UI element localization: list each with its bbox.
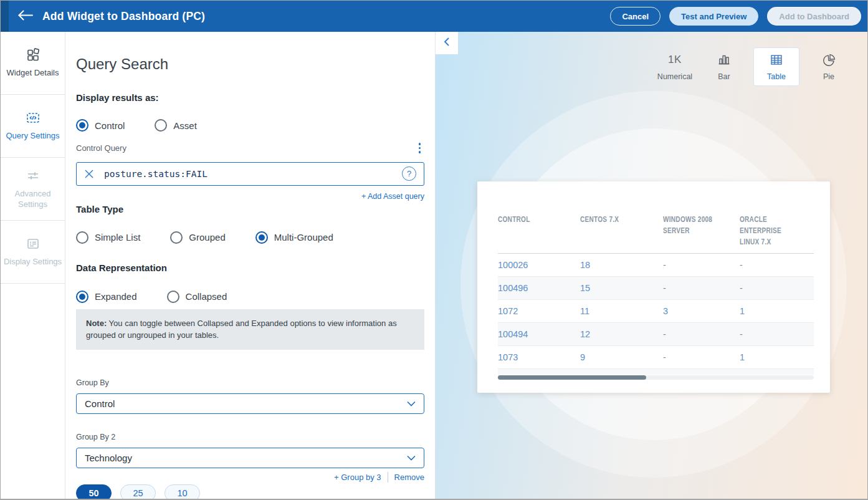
widget-type-bar[interactable]: Bar	[704, 47, 744, 86]
data-representation-radio-group: Expanded Collapsed	[76, 291, 424, 303]
preview-panel: 1K Numerical Bar Table Pie	[436, 32, 867, 499]
column-header: CENTOS 7.X	[580, 214, 663, 254]
radio-unselected-icon	[167, 291, 179, 303]
header-edge-strip	[1, 1, 9, 32]
value-cell[interactable]: 1	[740, 300, 814, 323]
value-cell[interactable]: 12	[580, 323, 663, 346]
value-cell: -	[740, 323, 814, 346]
radio-expanded[interactable]: Expanded	[76, 291, 137, 303]
value-cell: -	[663, 346, 740, 369]
radio-collapsed[interactable]: Collapsed	[167, 291, 227, 303]
control-id-cell[interactable]: 100496	[498, 277, 580, 300]
data-representation-label: Data Representation	[76, 262, 424, 273]
kebab-menu-icon[interactable]	[415, 142, 425, 155]
group-by-2-select[interactable]: Technology	[76, 448, 424, 468]
display-results-label: Display results as:	[76, 92, 424, 103]
control-id-cell[interactable]: 100026	[498, 254, 580, 277]
limit-25-pill[interactable]: 25	[120, 484, 156, 500]
remove-link[interactable]: Remove	[394, 473, 424, 482]
query-value: posture.status:FAIL	[104, 169, 402, 179]
link-divider	[388, 472, 388, 483]
sliders-icon	[26, 168, 41, 183]
control-id-cell[interactable]: 100494	[498, 323, 580, 346]
limit-10-pill[interactable]: 10	[165, 484, 200, 500]
widget-type-numerical[interactable]: 1K Numerical	[655, 47, 695, 86]
widget-type-selector: 1K Numerical Bar Table Pie	[655, 47, 849, 86]
table-row: 10049412--	[498, 323, 814, 346]
query-settings-form: Query Search Display results as: Control…	[65, 32, 436, 499]
radio-control[interactable]: Control	[76, 119, 125, 132]
group-by-2-label: Group By 2	[76, 433, 424, 441]
note-box: Note: You can toggle between Collapsed a…	[76, 309, 424, 350]
radio-unselected-icon	[170, 231, 183, 244]
horizontal-scrollbar-thumb[interactable]	[498, 375, 646, 380]
group-by-2-value: Technology	[85, 453, 407, 463]
radio-multi-grouped[interactable]: Multi-Grouped	[255, 231, 333, 244]
add-widget-window: { "header": { "title": "Add Widget to Da…	[0, 0, 868, 500]
preview-table: CONTROL CENTOS 7.X WINDOWS 2008 SERVER O…	[498, 214, 814, 369]
back-button[interactable]	[15, 6, 36, 27]
value-cell: -	[740, 254, 814, 277]
widget-grid-icon	[26, 47, 41, 62]
limit-50-pill[interactable]: 50	[76, 484, 112, 500]
value-cell[interactable]: 1	[740, 346, 814, 369]
page-title: Add Widget to Dashboard (PC)	[42, 10, 205, 23]
value-cell[interactable]: 11	[580, 300, 663, 323]
group-by-links-row: + Group by 3 Remove	[76, 472, 424, 483]
sidebar-item-widget-details[interactable]: Widget Details	[1, 32, 65, 95]
value-cell[interactable]: 3	[663, 300, 740, 323]
add-to-dashboard-button[interactable]: Add to Dashboard	[767, 7, 861, 26]
radio-grouped[interactable]: Grouped	[170, 231, 225, 244]
control-id-cell[interactable]: 1072	[498, 300, 580, 323]
control-query-row: Control Query	[76, 142, 424, 155]
sidebar-item-display-settings[interactable]: Display Settings	[1, 221, 65, 284]
widget-type-table[interactable]: Table	[753, 47, 799, 86]
group-by-3-link[interactable]: + Group by 3	[334, 473, 381, 482]
cancel-button[interactable]: Cancel	[610, 7, 661, 26]
clear-query-icon[interactable]	[84, 169, 94, 179]
note-bold: Note:	[86, 319, 107, 328]
radio-unselected-icon	[155, 119, 167, 132]
control-id-cell[interactable]: 1073	[498, 346, 580, 369]
help-icon[interactable]: ?	[402, 166, 416, 181]
value-cell[interactable]: 15	[580, 277, 663, 300]
value-cell: -	[740, 277, 814, 300]
radio-simple-list[interactable]: Simple List	[76, 231, 140, 244]
group-by-value: Control	[85, 398, 407, 409]
widget-type-pie[interactable]: Pie	[809, 47, 849, 86]
pie-chart-icon	[822, 53, 836, 67]
sidebar-item-label: Widget Details	[7, 68, 59, 78]
form-title: Query Search	[76, 55, 424, 73]
collapse-panel-button[interactable]	[436, 32, 458, 54]
group-by-select[interactable]: Control	[76, 393, 424, 414]
table-row: 10049615--	[498, 277, 814, 300]
table-type-label: Table Type	[76, 204, 424, 214]
radio-unselected-icon	[76, 231, 88, 244]
add-asset-query-link[interactable]: + Add Asset query	[361, 192, 424, 201]
sidebar-item-query-settings[interactable]: Query Settings	[1, 95, 65, 158]
preview-table-card: CONTROL CENTOS 7.X WINDOWS 2008 SERVER O…	[477, 181, 830, 393]
bar-chart-icon	[717, 53, 731, 67]
header-bar: Add Widget to Dashboard (PC) Cancel Test…	[1, 1, 867, 32]
display-card-icon	[26, 236, 41, 251]
table-type-radio-group: Simple List Grouped Multi-Grouped	[76, 231, 424, 244]
test-and-preview-button[interactable]: Test and Preview	[669, 7, 758, 26]
value-cell: -	[663, 254, 740, 277]
table-row: 10739-1	[498, 346, 814, 369]
preview-table-body: 10002618--10049615--1072113110049412--10…	[498, 254, 814, 369]
sidebar-item-advanced-settings[interactable]: Advanced Settings	[1, 158, 65, 221]
add-asset-query-row: + Add Asset query	[76, 190, 424, 201]
value-cell: -	[663, 277, 740, 300]
radio-selected-icon	[76, 291, 88, 303]
value-cell[interactable]: 9	[580, 346, 663, 369]
table-header-row: CONTROL CENTOS 7.X WINDOWS 2008 SERVER O…	[498, 214, 814, 254]
radio-asset[interactable]: Asset	[155, 119, 197, 132]
column-header: CONTROL	[498, 214, 580, 254]
radio-selected-icon	[76, 119, 88, 132]
value-cell[interactable]: 18	[580, 254, 663, 277]
control-query-input[interactable]: posture.status:FAIL ?	[76, 162, 424, 186]
result-limit-group: 50 25 10	[76, 484, 424, 500]
numerical-1k-icon: 1K	[668, 53, 682, 67]
sidebar-item-label: Query Settings	[6, 131, 60, 141]
chevron-left-icon	[444, 37, 450, 49]
